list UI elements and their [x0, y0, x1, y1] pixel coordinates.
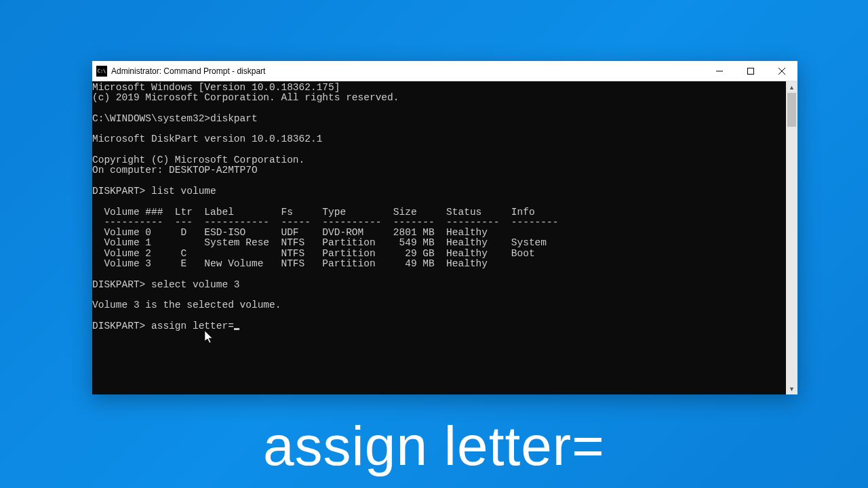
console-line: C:\WINDOWS\system32>diskpart: [92, 113, 258, 124]
console-table-header: Volume ### Ltr Label Fs Type Size Status…: [92, 207, 535, 218]
console-line: Microsoft Windows [Version 10.0.18362.17…: [92, 82, 340, 93]
console-table-row: Volume 1 System Rese NTFS Partition 549 …: [92, 237, 547, 248]
console-area: Microsoft Windows [Version 10.0.18362.17…: [92, 81, 797, 394]
titlebar[interactable]: C:\ Administrator: Command Prompt - disk…: [92, 61, 797, 81]
minimize-button[interactable]: [704, 61, 735, 81]
caption-overlay: assign letter=: [0, 414, 868, 478]
console-line: On computer: DESKTOP-A2MTP7O: [92, 165, 258, 176]
console-table-row: Volume 0 D ESD-ISO UDF DVD-ROM 2801 MB H…: [92, 227, 488, 238]
svg-rect-1: [748, 68, 754, 74]
text-cursor: [234, 328, 239, 330]
scroll-down-icon[interactable]: ▼: [786, 383, 797, 394]
console-line: (c) 2019 Microsoft Corporation. All righ…: [92, 92, 399, 103]
console-table-row: Volume 3 E New Volume NTFS Partition 49 …: [92, 258, 488, 269]
window-controls: [704, 61, 797, 81]
maximize-button[interactable]: [735, 61, 766, 81]
console-output[interactable]: Microsoft Windows [Version 10.0.18362.17…: [92, 81, 786, 394]
scroll-thumb[interactable]: [787, 93, 796, 127]
command-prompt-window: C:\ Administrator: Command Prompt - disk…: [92, 61, 797, 394]
console-line: Volume 3 is the selected volume.: [92, 300, 281, 310]
console-line: DISKPART> select volume 3: [92, 279, 240, 290]
console-line: Copyright (C) Microsoft Corporation.: [92, 155, 304, 165]
window-title: Administrator: Command Prompt - diskpart: [111, 66, 704, 76]
vertical-scrollbar[interactable]: ▲ ▼: [786, 81, 797, 394]
console-line: Microsoft DiskPart version 10.0.18362.1: [92, 134, 322, 144]
close-button[interactable]: [766, 61, 797, 81]
cmd-icon: C:\: [96, 66, 107, 77]
scroll-up-icon[interactable]: ▲: [786, 81, 797, 93]
console-prompt: DISKPART>: [92, 321, 151, 331]
console-table-row: Volume 2 C NTFS Partition 29 GB Healthy …: [92, 248, 535, 259]
console-line: DISKPART> list volume: [92, 186, 216, 197]
console-input[interactable]: assign letter=: [151, 321, 234, 331]
console-table-divider: ---------- --- ----------- ----- -------…: [92, 217, 558, 228]
